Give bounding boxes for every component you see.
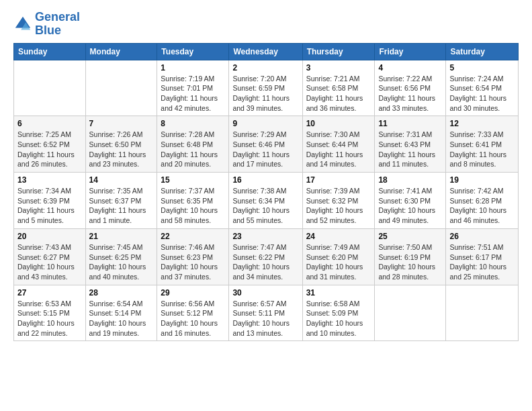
day-number: 9 bbox=[232, 119, 298, 128]
calendar-cell: 15Sunrise: 7:37 AM Sunset: 6:35 PM Dayli… bbox=[157, 173, 229, 229]
day-detail: Sunrise: 6:58 AM Sunset: 5:09 PM Dayligh… bbox=[306, 299, 371, 338]
day-number: 16 bbox=[232, 175, 298, 185]
calendar-cell: 29Sunrise: 6:56 AM Sunset: 5:12 PM Dayli… bbox=[157, 285, 229, 341]
day-number: 1 bbox=[161, 63, 225, 73]
day-detail: Sunrise: 7:28 AM Sunset: 6:48 PM Dayligh… bbox=[161, 130, 225, 169]
day-detail: Sunrise: 7:43 AM Sunset: 6:27 PM Dayligh… bbox=[17, 242, 82, 282]
day-detail: Sunrise: 7:31 AM Sunset: 6:43 PM Dayligh… bbox=[378, 130, 442, 169]
day-number: 13 bbox=[17, 175, 82, 185]
day-number: 3 bbox=[306, 63, 371, 73]
calendar-cell: 2Sunrise: 7:20 AM Sunset: 6:59 PM Daylig… bbox=[229, 60, 302, 116]
calendar-cell: 19Sunrise: 7:42 AM Sunset: 6:28 PM Dayli… bbox=[446, 173, 519, 229]
calendar-cell: 13Sunrise: 7:34 AM Sunset: 6:39 PM Dayli… bbox=[14, 173, 86, 229]
calendar-week-4: 20Sunrise: 7:43 AM Sunset: 6:27 PM Dayli… bbox=[14, 228, 519, 285]
day-detail: Sunrise: 6:57 AM Sunset: 5:11 PM Dayligh… bbox=[232, 299, 298, 338]
calendar-cell: 27Sunrise: 6:53 AM Sunset: 5:15 PM Dayli… bbox=[14, 285, 86, 341]
day-detail: Sunrise: 7:22 AM Sunset: 6:56 PM Dayligh… bbox=[378, 74, 442, 113]
day-detail: Sunrise: 7:35 AM Sunset: 6:37 PM Dayligh… bbox=[89, 186, 154, 226]
day-number: 10 bbox=[306, 119, 371, 128]
calendar-cell bbox=[85, 60, 157, 116]
calendar-cell: 28Sunrise: 6:54 AM Sunset: 5:14 PM Dayli… bbox=[85, 285, 157, 341]
day-number: 2 bbox=[232, 63, 298, 73]
calendar-cell: 12Sunrise: 7:33 AM Sunset: 6:41 PM Dayli… bbox=[446, 116, 519, 173]
day-number: 26 bbox=[449, 232, 515, 241]
calendar-week-5: 27Sunrise: 6:53 AM Sunset: 5:15 PM Dayli… bbox=[14, 285, 519, 341]
calendar-cell bbox=[14, 60, 86, 116]
calendar-cell: 21Sunrise: 7:45 AM Sunset: 6:25 PM Dayli… bbox=[85, 228, 157, 285]
calendar-cell: 30Sunrise: 6:57 AM Sunset: 5:11 PM Dayli… bbox=[229, 285, 302, 341]
calendar-cell: 7Sunrise: 7:26 AM Sunset: 6:50 PM Daylig… bbox=[85, 116, 157, 173]
day-number: 27 bbox=[17, 288, 82, 298]
day-detail: Sunrise: 7:47 AM Sunset: 6:22 PM Dayligh… bbox=[232, 242, 298, 282]
calendar-cell: 11Sunrise: 7:31 AM Sunset: 6:43 PM Dayli… bbox=[375, 116, 446, 173]
day-detail: Sunrise: 7:33 AM Sunset: 6:41 PM Dayligh… bbox=[449, 130, 515, 169]
day-number: 12 bbox=[449, 119, 515, 128]
day-detail: Sunrise: 7:41 AM Sunset: 6:30 PM Dayligh… bbox=[378, 186, 442, 226]
day-number: 30 bbox=[232, 288, 298, 298]
day-number: 23 bbox=[232, 232, 298, 241]
logo: General Blue bbox=[13, 11, 80, 38]
day-number: 21 bbox=[89, 232, 154, 241]
calendar-cell: 22Sunrise: 7:46 AM Sunset: 6:23 PM Dayli… bbox=[157, 228, 229, 285]
page: General Blue SundayMondayTuesdayWednesda… bbox=[0, 0, 532, 411]
calendar-table: SundayMondayTuesdayWednesdayThursdayFrid… bbox=[13, 43, 519, 342]
calendar-cell: 18Sunrise: 7:41 AM Sunset: 6:30 PM Dayli… bbox=[375, 173, 446, 229]
calendar-header-sunday: Sunday bbox=[14, 43, 86, 60]
day-detail: Sunrise: 6:56 AM Sunset: 5:12 PM Dayligh… bbox=[161, 299, 225, 338]
calendar-cell: 4Sunrise: 7:22 AM Sunset: 6:56 PM Daylig… bbox=[375, 60, 446, 116]
day-detail: Sunrise: 7:29 AM Sunset: 6:46 PM Dayligh… bbox=[232, 130, 298, 169]
calendar-cell: 16Sunrise: 7:38 AM Sunset: 6:34 PM Dayli… bbox=[229, 173, 302, 229]
calendar-cell: 26Sunrise: 7:51 AM Sunset: 6:17 PM Dayli… bbox=[446, 228, 519, 285]
calendar-cell: 31Sunrise: 6:58 AM Sunset: 5:09 PM Dayli… bbox=[302, 285, 375, 341]
day-number: 4 bbox=[378, 63, 442, 73]
day-detail: Sunrise: 7:26 AM Sunset: 6:50 PM Dayligh… bbox=[89, 130, 154, 169]
day-detail: Sunrise: 7:51 AM Sunset: 6:17 PM Dayligh… bbox=[449, 242, 515, 282]
day-detail: Sunrise: 7:49 AM Sunset: 6:20 PM Dayligh… bbox=[306, 242, 371, 282]
day-number: 18 bbox=[378, 175, 442, 185]
day-detail: Sunrise: 7:19 AM Sunset: 7:01 PM Dayligh… bbox=[161, 74, 225, 113]
calendar-cell: 6Sunrise: 7:25 AM Sunset: 6:52 PM Daylig… bbox=[14, 116, 86, 173]
day-number: 24 bbox=[306, 232, 371, 241]
logo-text: General Blue bbox=[35, 11, 80, 38]
day-number: 22 bbox=[161, 232, 225, 241]
day-number: 25 bbox=[378, 232, 442, 241]
day-detail: Sunrise: 7:45 AM Sunset: 6:25 PM Dayligh… bbox=[89, 242, 154, 282]
day-detail: Sunrise: 7:37 AM Sunset: 6:35 PM Dayligh… bbox=[161, 186, 225, 226]
calendar-header-wednesday: Wednesday bbox=[229, 43, 302, 60]
calendar-week-2: 6Sunrise: 7:25 AM Sunset: 6:52 PM Daylig… bbox=[14, 116, 519, 173]
day-detail: Sunrise: 7:34 AM Sunset: 6:39 PM Dayligh… bbox=[17, 186, 82, 226]
day-number: 28 bbox=[89, 288, 154, 298]
day-detail: Sunrise: 7:24 AM Sunset: 6:54 PM Dayligh… bbox=[449, 74, 515, 113]
day-detail: Sunrise: 7:25 AM Sunset: 6:52 PM Dayligh… bbox=[17, 130, 82, 169]
day-number: 17 bbox=[306, 175, 371, 185]
calendar-header-friday: Friday bbox=[375, 43, 446, 60]
day-number: 7 bbox=[89, 119, 154, 128]
day-detail: Sunrise: 7:50 AM Sunset: 6:19 PM Dayligh… bbox=[378, 242, 442, 282]
calendar-header-tuesday: Tuesday bbox=[157, 43, 229, 60]
header: General Blue bbox=[13, 11, 519, 38]
calendar-header-saturday: Saturday bbox=[446, 43, 519, 60]
calendar-cell: 24Sunrise: 7:49 AM Sunset: 6:20 PM Dayli… bbox=[302, 228, 375, 285]
day-number: 20 bbox=[17, 232, 82, 241]
day-number: 31 bbox=[306, 288, 371, 298]
calendar-week-1: 1Sunrise: 7:19 AM Sunset: 7:01 PM Daylig… bbox=[14, 60, 519, 116]
day-detail: Sunrise: 7:42 AM Sunset: 6:28 PM Dayligh… bbox=[449, 186, 515, 226]
day-detail: Sunrise: 7:46 AM Sunset: 6:23 PM Dayligh… bbox=[161, 242, 225, 282]
day-number: 5 bbox=[449, 63, 515, 73]
day-number: 6 bbox=[17, 119, 82, 128]
calendar-cell: 5Sunrise: 7:24 AM Sunset: 6:54 PM Daylig… bbox=[446, 60, 519, 116]
calendar-cell: 1Sunrise: 7:19 AM Sunset: 7:01 PM Daylig… bbox=[157, 60, 229, 116]
calendar-header-monday: Monday bbox=[85, 43, 157, 60]
day-detail: Sunrise: 6:54 AM Sunset: 5:14 PM Dayligh… bbox=[89, 299, 154, 338]
calendar-header-row: SundayMondayTuesdayWednesdayThursdayFrid… bbox=[14, 43, 519, 60]
logo-icon bbox=[13, 15, 32, 34]
day-detail: Sunrise: 7:30 AM Sunset: 6:44 PM Dayligh… bbox=[306, 130, 371, 169]
day-number: 19 bbox=[449, 175, 515, 185]
calendar-cell: 23Sunrise: 7:47 AM Sunset: 6:22 PM Dayli… bbox=[229, 228, 302, 285]
calendar-cell: 14Sunrise: 7:35 AM Sunset: 6:37 PM Dayli… bbox=[85, 173, 157, 229]
calendar-cell: 3Sunrise: 7:21 AM Sunset: 6:58 PM Daylig… bbox=[302, 60, 375, 116]
day-number: 14 bbox=[89, 175, 154, 185]
calendar-cell bbox=[446, 285, 519, 341]
calendar-header-thursday: Thursday bbox=[302, 43, 375, 60]
day-detail: Sunrise: 7:39 AM Sunset: 6:32 PM Dayligh… bbox=[306, 186, 371, 226]
